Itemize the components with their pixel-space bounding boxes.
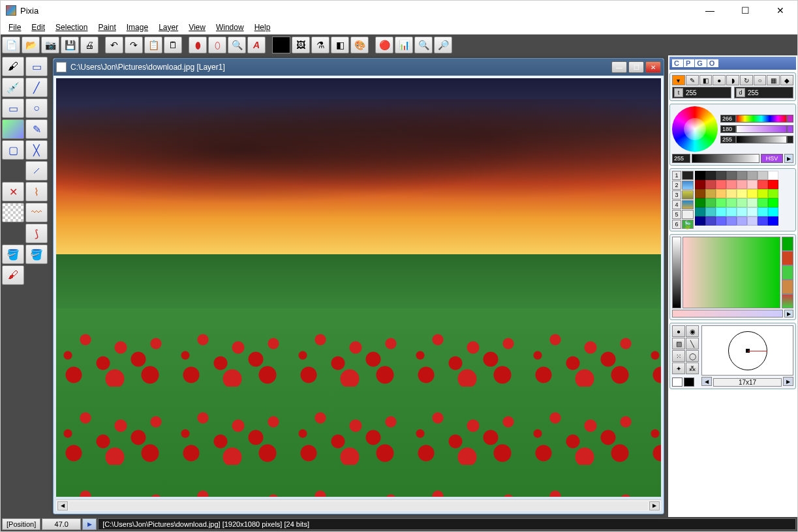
brush-tool[interactable]: 🖌 [2, 57, 24, 76]
pal-3[interactable]: 3 [672, 190, 681, 200]
brush-opt-ring-icon[interactable]: ◯ [686, 350, 699, 362]
palette-swatch[interactable] [726, 189, 737, 198]
brush-prev-icon[interactable]: ◀ [701, 377, 712, 386]
hue-value[interactable]: 266 [720, 115, 736, 123]
stamp1-icon[interactable]: ⬮ [189, 37, 207, 53]
menu-edit[interactable]: Edit [26, 22, 50, 33]
palette-swatch[interactable] [737, 198, 747, 207]
mode-7-icon[interactable]: ○ [754, 75, 767, 85]
menu-help[interactable]: Help [249, 22, 276, 33]
d-value-box[interactable]: d255 [734, 87, 793, 98]
brush-opt-spray-icon[interactable]: ⁂ [686, 362, 699, 374]
pal-5[interactable]: 5 [672, 210, 681, 219]
palette-swatch[interactable] [705, 180, 716, 189]
palette-swatch[interactable] [758, 189, 768, 198]
stamp2-icon[interactable]: ⬯ [208, 37, 226, 53]
palette-swatch[interactable] [747, 189, 758, 198]
sphere-icon[interactable]: 🔴 [375, 37, 393, 53]
doc-maximize-button[interactable]: ☐ [628, 61, 644, 73]
palette-swatch[interactable] [695, 216, 705, 226]
scroll-right-icon[interactable]: ▶ [649, 501, 660, 510]
palette-swatch[interactable] [705, 189, 716, 198]
palette-swatch[interactable] [726, 198, 737, 207]
sat-value[interactable]: 180 [720, 125, 736, 133]
doc-close-button[interactable]: ✕ [645, 61, 661, 73]
palette-swatch[interactable] [747, 198, 758, 207]
gradient-bottom-slider[interactable] [672, 310, 783, 318]
redo-icon[interactable]: ↷ [125, 37, 143, 53]
menu-image[interactable]: Image [121, 22, 153, 33]
mode-8-icon[interactable]: ▦ [767, 75, 780, 85]
palette-swatch[interactable] [695, 171, 705, 180]
close-path-tool[interactable]: ✕ [2, 182, 24, 201]
mode-3-icon[interactable]: ◧ [699, 75, 713, 85]
panel-tabs[interactable]: CPGO [669, 57, 796, 70]
menu-window[interactable]: Window [211, 22, 249, 33]
val-value[interactable]: 255 [720, 136, 736, 143]
pal-thumb-2[interactable] [682, 181, 694, 190]
mode-6-icon[interactable]: ↻ [740, 75, 753, 85]
palette-grid[interactable] [695, 171, 793, 229]
palette-swatch[interactable] [726, 216, 737, 226]
palette-swatch[interactable] [758, 171, 768, 180]
palette-swatch[interactable] [726, 180, 737, 189]
cut-icon[interactable]: 📋 [144, 37, 162, 53]
fill-brush-tool[interactable]: 🖌 [2, 265, 24, 285]
palette-swatch[interactable] [705, 216, 716, 226]
palette-swatch[interactable] [747, 171, 758, 180]
palette-swatch[interactable] [737, 216, 747, 226]
rect-select-tool[interactable]: ▭ [25, 57, 48, 76]
palette-swatch[interactable] [716, 207, 726, 216]
curve-tool[interactable]: ⟆ [25, 224, 48, 243]
gradient-side[interactable] [782, 237, 793, 308]
pal-thumb-5[interactable] [682, 210, 694, 219]
palette-swatch[interactable] [726, 207, 737, 216]
brush-opt-star-icon[interactable]: ✦ [672, 362, 685, 374]
line-tool[interactable]: ╱ [25, 78, 48, 97]
palette-swatch[interactable] [737, 180, 747, 189]
palette-swatch[interactable] [768, 171, 778, 180]
pal-thumb-6[interactable]: 🍃 [682, 220, 694, 229]
alpha-value[interactable]: 255 [672, 154, 690, 163]
undo-icon[interactable]: ↶ [105, 37, 123, 53]
minimize-button[interactable]: — [698, 3, 722, 18]
palette-swatch[interactable] [695, 207, 705, 216]
fill-blue-tool[interactable]: 🪣 [25, 244, 48, 264]
zoom-out-icon[interactable]: 🔎 [434, 37, 452, 53]
alpha-slider[interactable] [692, 154, 760, 163]
lasso-tool[interactable]: ⌇ [25, 182, 48, 201]
brush-opt-solid-icon[interactable]: ● [672, 325, 685, 337]
palette-swatch[interactable] [758, 198, 768, 207]
color-expand-icon[interactable]: ▶ [784, 154, 793, 163]
pal-6[interactable]: 6 [672, 220, 681, 229]
palette-swatch[interactable] [768, 216, 778, 226]
pal-4[interactable]: 4 [672, 200, 681, 209]
palette-swatch[interactable] [716, 216, 726, 226]
pal-2[interactable]: 2 [672, 181, 681, 190]
mode-2-icon[interactable]: ✎ [686, 75, 699, 85]
hue-slider[interactable] [736, 115, 787, 123]
menu-file[interactable]: File [3, 22, 26, 33]
brush-fg[interactable] [672, 377, 683, 387]
color-wheel[interactable] [672, 106, 718, 152]
palette-swatch[interactable] [758, 207, 768, 216]
palette-swatch[interactable] [726, 171, 737, 180]
zoom-icon[interactable]: 🔍 [228, 37, 246, 53]
checker-tool[interactable] [2, 203, 24, 222]
zoom-in-icon[interactable]: 🔍 [414, 37, 433, 53]
menu-paint[interactable]: Paint [93, 22, 121, 33]
save-icon[interactable]: 💾 [61, 37, 79, 53]
open-icon[interactable]: 📂 [22, 37, 40, 53]
layers-icon[interactable]: 📊 [395, 37, 413, 53]
crop-icon[interactable]: ◧ [331, 37, 349, 53]
hsv-button[interactable]: HSV [761, 154, 783, 163]
palette-swatch[interactable] [695, 180, 705, 189]
palette-swatch[interactable] [705, 198, 716, 207]
smooth-tool[interactable]: 〰 [25, 203, 48, 222]
image-adjust-icon[interactable]: 🖼 [292, 37, 310, 53]
palette-swatch[interactable] [768, 189, 778, 198]
pal-thumb-3[interactable] [682, 190, 694, 200]
palette-swatch[interactable] [768, 198, 778, 207]
palette-swatch[interactable] [695, 189, 705, 198]
bezier-tool[interactable]: ⟋ [25, 161, 48, 181]
